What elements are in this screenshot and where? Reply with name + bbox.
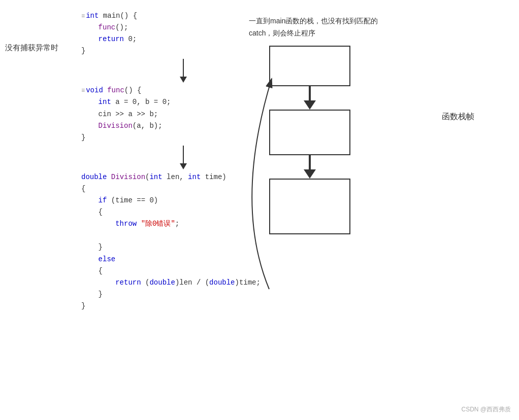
arrow-func-to-division xyxy=(107,146,261,169)
stack-frames-area xyxy=(269,46,350,234)
stack-arrow-2 xyxy=(269,155,350,179)
top-description: 一直到main函数的栈，也没有找到匹配的 catch，则会终止程序 xyxy=(249,15,378,40)
stack-frame-func xyxy=(269,110,350,155)
func-code-block: ≡void func() { int a = 0, b = 0; cin >> … xyxy=(81,85,261,143)
division-code-block: double Division(int len, int time) { if … xyxy=(81,171,261,312)
arrow-main-to-func xyxy=(107,59,261,83)
stack-frame-main xyxy=(269,46,350,86)
watermark: CSDN @西西弗质 xyxy=(461,405,511,414)
top-desc-line2: catch，则会终止程序 xyxy=(249,27,378,40)
stack-frame-label: 函数栈帧 xyxy=(442,112,474,122)
stack-frame-division xyxy=(269,179,350,234)
no-catch-label: 没有捕获异常时 xyxy=(5,43,58,53)
code-section: ≡int main() { func(); return 0; } ≡void … xyxy=(81,10,261,312)
main-code-block: ≡int main() { func(); return 0; } xyxy=(81,10,261,57)
top-desc-line1: 一直到main函数的栈，也没有找到匹配的 xyxy=(249,15,378,27)
stack-arrow-1 xyxy=(269,86,350,110)
